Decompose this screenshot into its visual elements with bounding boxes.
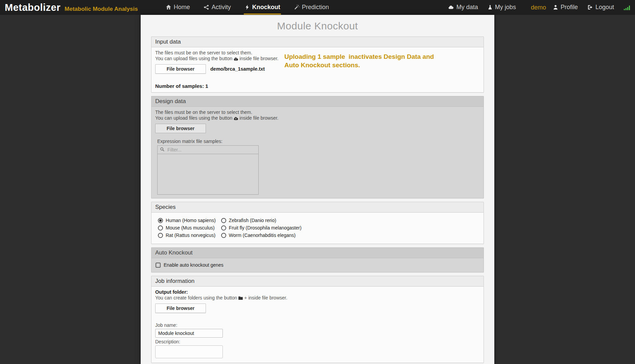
input-data-heading: Input data [151,37,484,47]
enable-auto-knockout-checkbox [156,263,161,268]
matrix-samples-label: Expression matrix file samples: [157,139,480,144]
sample-filter-input [167,147,256,153]
top-navbar: Metabolizer Metabolic Module Analysis Ho… [0,0,635,15]
nav-item-activity[interactable]: Activity [203,1,232,15]
search-icon [160,147,165,153]
nav-item-knockout[interactable]: Knockout [244,1,281,15]
design-help-line2: You can upload files using the buttonins… [155,115,480,122]
brand-subtitle: Metabolic Module Analysis [65,6,138,13]
upload-warning-text: Uploading 1 sample inactivates Design Da… [284,50,437,89]
description-input[interactable] [155,345,223,358]
nav-item-logout[interactable]: Logout [587,1,615,15]
design-data-heading: Design data [151,96,484,107]
design-data-panel: Design data The files must be on the ser… [151,96,484,198]
species-options: Human (Homo sapiens) Mouse (Mus musculus… [158,217,480,239]
sample-filter-box [157,145,259,154]
species-option-fruitfly[interactable]: Fruit fly (Drosophila melanogaster) [221,224,302,232]
expression-sample-list [157,154,259,195]
brand[interactable]: Metabolizer Metabolic Module Analysis [5,2,138,13]
input-data-panel: Input data The files must be on the serv… [151,37,484,93]
species-option-zebrafish[interactable]: Zebrafish (Danio rerio) [221,217,302,224]
folder-icon [238,296,243,301]
signal-bars-icon [624,4,631,11]
species-radio-human[interactable] [158,218,163,223]
species-radio-zebrafish[interactable] [221,218,226,223]
job-name-label: Job name: [155,322,480,328]
job-information-panel: Job information Output folder: You can c… [151,276,484,363]
species-radio-rat[interactable] [158,233,163,238]
nav-item-prediction[interactable]: Prediction [293,1,330,15]
species-option-mouse[interactable]: Mouse (Mus musculus) [158,224,216,232]
logout-icon [587,4,593,10]
enable-auto-knockout-option: Enable auto knockout genes [156,262,480,268]
nav-item-home[interactable]: Home [165,1,191,15]
upload-cloud-icon [233,116,238,122]
user-icon [553,4,558,10]
auto-knockout-panel: Auto Knockout Enable auto knockout genes [151,247,484,272]
species-option-human[interactable]: Human (Homo sapiens) [158,217,216,224]
logged-in-username: demo [531,4,546,11]
bolt-icon [244,4,250,10]
page-title: Module Knockout [151,20,484,32]
species-option-worm[interactable]: Worm (Caenorhabditis elegans) [221,232,302,239]
species-heading: Species [151,202,484,213]
brand-title: Metabolizer [5,2,61,13]
design-file-browser-button: File browser [155,124,206,133]
nav-item-my-data[interactable]: My data [447,1,479,15]
output-folder-help: You can create folders using the button+… [155,295,480,301]
description-label: Description: [155,339,480,344]
main-nav: Home Activity Knockout Prediction [165,1,330,15]
auto-knockout-heading: Auto Knockout [151,248,484,258]
output-folder-browser-button[interactable]: File browser [155,304,206,313]
species-option-rat[interactable]: Rat (Rattus norvegicus) [158,232,216,239]
job-information-heading: Job information [151,276,484,287]
wand-icon [294,4,300,10]
input-file-browser-button[interactable]: File browser [155,64,206,74]
nav-item-my-jobs[interactable]: My jobs [487,1,517,15]
species-radio-mouse[interactable] [158,225,163,230]
design-help-line1: The files must be on the server to selec… [155,110,480,115]
flask-icon [488,4,493,10]
species-radio-worm[interactable] [221,233,226,238]
cloud-icon [448,4,454,10]
output-folder-label: Output folder: [155,289,480,295]
user-nav: My data My jobs demo Profile Logout [447,1,632,15]
samples-count: Number of samples: 1 [155,83,284,89]
job-name-input[interactable] [155,329,223,338]
upload-cloud-icon [233,56,238,62]
activity-icon [204,4,209,10]
home-icon [166,4,171,10]
input-help-line1: The files must be on the server to selec… [155,50,284,56]
nav-item-profile[interactable]: Profile [552,1,579,15]
selected-input-file: demo/brca_1sample.txt [210,66,265,72]
species-panel: Species Human (Homo sapiens) Mouse (Mus … [151,202,484,244]
species-radio-fruitfly[interactable] [221,225,226,230]
input-help-line2: You can upload files using the buttonins… [155,56,284,62]
main-container: Module Knockout Input data The files mus… [141,15,494,364]
